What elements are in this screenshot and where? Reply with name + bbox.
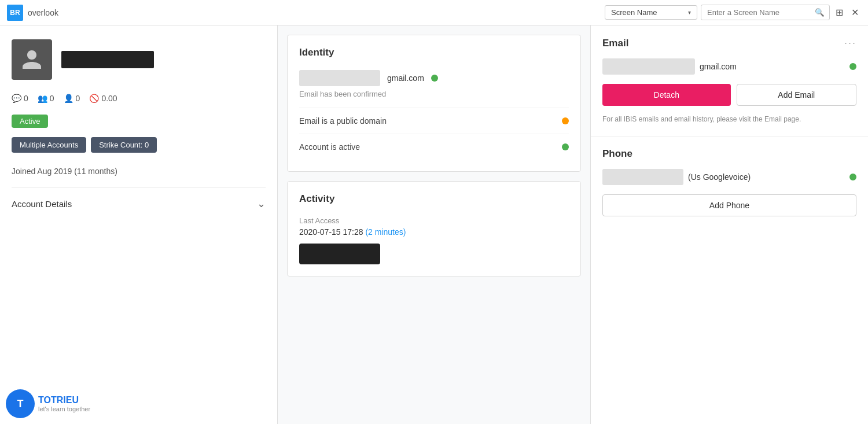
public-domain-row: Email is a public domain	[299, 108, 569, 134]
user-stats: 💬 0 👥 0 👤 0 🚫 0.00	[12, 94, 266, 103]
totrieu-logo: T	[6, 389, 35, 418]
groups-stat: 👥 0	[38, 94, 54, 103]
identity-title: Identity	[299, 47, 569, 58]
public-domain-dot	[562, 117, 569, 124]
left-panel: 💬 0 👥 0 👤 0 🚫 0.00 Active Multiple Accou…	[0, 25, 278, 424]
chat-icon: 💬	[12, 94, 21, 103]
right-panel: Email ··· gmail.com Detach Add Email For…	[590, 25, 868, 424]
user-name-redacted	[61, 51, 154, 68]
email-redacted	[299, 70, 380, 86]
user-plus-icon: 👤	[64, 94, 73, 103]
email-confirmed-dot	[431, 75, 438, 82]
account-details-row[interactable]: Account Details ⌄	[12, 187, 266, 210]
user-tags: Multiple Accounts Strike Count: 0	[12, 137, 266, 153]
account-active-dot	[562, 143, 569, 150]
more-options-icon[interactable]: ···	[844, 37, 856, 49]
add-email-button[interactable]: Add Email	[737, 84, 857, 106]
email-suffix-right: gmail.com	[700, 62, 845, 71]
user-avatar-icon	[20, 48, 43, 71]
email-section: Email ··· gmail.com Detach Add Email For…	[591, 25, 868, 137]
search-input[interactable]	[701, 5, 810, 20]
close-icon[interactable]: ✕	[849, 5, 861, 20]
email-redacted-right	[602, 58, 695, 75]
ban-icon: 🚫	[89, 94, 99, 103]
account-active-row: Account is active	[299, 134, 569, 160]
identity-email-row: gmail.com	[299, 70, 569, 86]
email-confirmed-text: Email has been confirmed	[299, 90, 569, 98]
screen-name-label: Screen Name	[611, 8, 657, 17]
chevron-down-icon: ⌄	[257, 197, 266, 210]
search-input-wrap: 🔍	[701, 5, 830, 20]
email-entry: gmail.com	[602, 58, 856, 75]
chat-stat: 💬 0	[12, 94, 28, 103]
user-plus-count: 0	[76, 94, 80, 103]
email-section-header: Email ···	[602, 37, 856, 49]
email-active-dot	[849, 63, 856, 70]
top-bar: BR overlook Screen Name ▾ 🔍 ⊞ ✕	[0, 0, 868, 25]
site-avatar: BR	[7, 5, 23, 21]
last-access-ago: (2 minutes)	[365, 227, 406, 237]
account-details-label: Account Details	[12, 199, 72, 209]
totrieu-name: TOTRIEU	[38, 395, 90, 405]
screen-name-dropdown[interactable]: Screen Name ▾	[605, 5, 697, 20]
ban-stat: 🚫 0.00	[89, 94, 117, 103]
search-icon[interactable]: 🔍	[810, 5, 829, 20]
public-domain-label: Email is a public domain	[299, 116, 387, 126]
site-initials: BR	[10, 9, 20, 17]
email-suffix: gmail.com	[387, 73, 424, 83]
detach-button[interactable]: Detach	[602, 84, 731, 106]
activity-title: Activity	[299, 193, 569, 205]
phone-label: (Us Googlevoice)	[688, 172, 845, 182]
ibis-note: For all IBIS emails and email history, p…	[602, 114, 856, 124]
totrieu-watermark: T TOTRIEU let's learn together	[6, 389, 90, 418]
join-info: Joined Aug 2019 (11 months)	[12, 167, 266, 176]
phone-section: Phone (Us Googlevoice) Add Phone	[591, 137, 868, 228]
phone-active-dot	[849, 174, 856, 180]
status-badge: Active	[12, 115, 48, 128]
user-plus-stat: 👤 0	[64, 94, 80, 103]
phone-section-header: Phone	[602, 148, 856, 160]
phone-entry: (Us Googlevoice)	[602, 169, 856, 185]
chat-count: 0	[24, 94, 28, 103]
totrieu-logo-letter: T	[17, 398, 24, 410]
last-access-label: Last Access	[299, 216, 569, 225]
multiple-accounts-tag[interactable]: Multiple Accounts	[12, 137, 86, 153]
activity-section: Activity Last Access 2020-07-15 17:28 (2…	[287, 181, 581, 276]
filter-icon[interactable]: ⊞	[833, 5, 845, 20]
account-active-label: Account is active	[299, 142, 360, 152]
identity-section: Identity gmail.com Email has been confir…	[287, 35, 581, 172]
phone-redacted	[602, 169, 683, 185]
chevron-down-icon: ▾	[688, 9, 691, 16]
top-bar-right: Screen Name ▾ 🔍 ⊞ ✕	[605, 5, 861, 20]
last-access-time: 2020-07-15 17:28 (2 minutes)	[299, 227, 569, 237]
groups-icon: 👥	[38, 94, 47, 103]
email-section-title: Email	[602, 38, 628, 49]
activity-redacted	[299, 244, 380, 264]
totrieu-tagline: let's learn together	[38, 405, 90, 412]
phone-section-title: Phone	[602, 148, 632, 160]
site-name: overlook	[28, 8, 58, 17]
top-bar-left: BR overlook	[7, 5, 598, 21]
last-access-datetime: 2020-07-15 17:28	[299, 227, 363, 237]
center-panel: Identity gmail.com Email has been confir…	[278, 25, 590, 424]
main-container: 💬 0 👥 0 👤 0 🚫 0.00 Active Multiple Accou…	[0, 25, 868, 424]
add-phone-button[interactable]: Add Phone	[602, 194, 856, 216]
action-buttons: Detach Add Email	[602, 84, 856, 106]
user-avatar	[12, 39, 52, 80]
strike-count-tag[interactable]: Strike Count: 0	[91, 137, 157, 153]
ban-count: 0.00	[101, 94, 117, 103]
totrieu-text: TOTRIEU let's learn together	[38, 395, 90, 412]
user-header	[12, 39, 266, 80]
groups-count: 0	[50, 94, 54, 103]
